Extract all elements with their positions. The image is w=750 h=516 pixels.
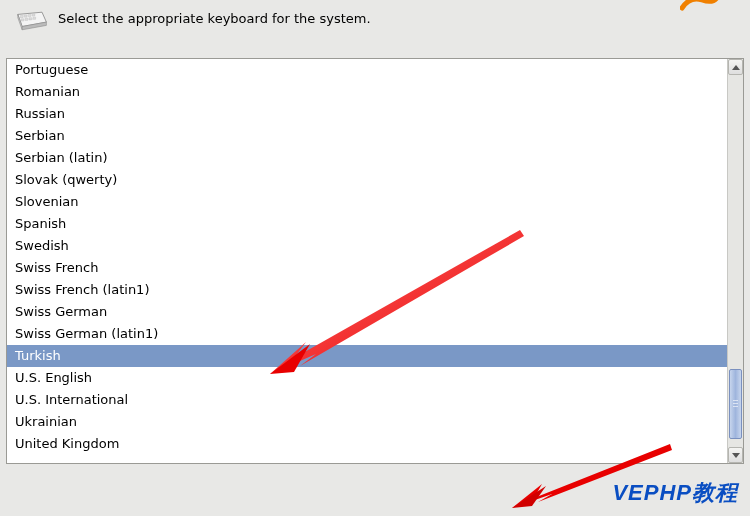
list-item[interactable]: Serbian (latin) <box>7 147 727 169</box>
svg-marker-11 <box>512 486 546 508</box>
svg-rect-7 <box>33 17 36 19</box>
instruction-text: Select the appropriate keyboard for the … <box>58 8 371 28</box>
list-item[interactable]: Slovenian <box>7 191 727 213</box>
list-item[interactable]: Russian <box>7 103 727 125</box>
list-item[interactable]: United Kingdom <box>7 433 727 455</box>
list-item[interactable]: Romanian <box>7 81 727 103</box>
list-item[interactable]: Swiss French (latin1) <box>7 279 727 301</box>
scroll-up-button[interactable] <box>728 59 743 75</box>
keyboard-list[interactable]: PortugueseRomanianRussianSerbianSerbian … <box>7 59 727 463</box>
list-item[interactable]: U.S. English <box>7 367 727 389</box>
svg-rect-1 <box>24 15 27 17</box>
header: Select the appropriate keyboard for the … <box>0 0 750 38</box>
svg-rect-3 <box>32 14 35 16</box>
scrollbar-thumb[interactable] <box>729 369 742 439</box>
list-item[interactable]: Serbian <box>7 125 727 147</box>
list-item[interactable]: Ukrainian <box>7 411 727 433</box>
keyboard-list-container: PortugueseRomanianRussianSerbianSerbian … <box>6 58 744 464</box>
svg-rect-6 <box>29 18 32 20</box>
list-item[interactable]: Swiss German (latin1) <box>7 323 727 345</box>
list-item[interactable]: Portuguese <box>7 59 727 81</box>
svg-rect-2 <box>28 14 31 16</box>
watermark-text: VEPHP教程 <box>612 478 738 508</box>
svg-rect-4 <box>21 19 24 21</box>
list-item[interactable]: Swiss French <box>7 257 727 279</box>
list-item[interactable]: Swiss German <box>7 301 727 323</box>
list-item[interactable]: U.S. International <box>7 389 727 411</box>
svg-rect-5 <box>25 18 28 20</box>
keyboard-icon <box>14 10 48 32</box>
list-item[interactable]: Spanish <box>7 213 727 235</box>
scroll-down-button[interactable] <box>728 447 743 463</box>
logo-fragment-icon <box>680 0 720 14</box>
svg-rect-0 <box>20 16 23 18</box>
list-item[interactable]: Slovak (qwerty) <box>7 169 727 191</box>
list-item[interactable]: Swedish <box>7 235 727 257</box>
list-item[interactable]: Turkish <box>7 345 727 367</box>
scrollbar[interactable] <box>727 59 743 463</box>
